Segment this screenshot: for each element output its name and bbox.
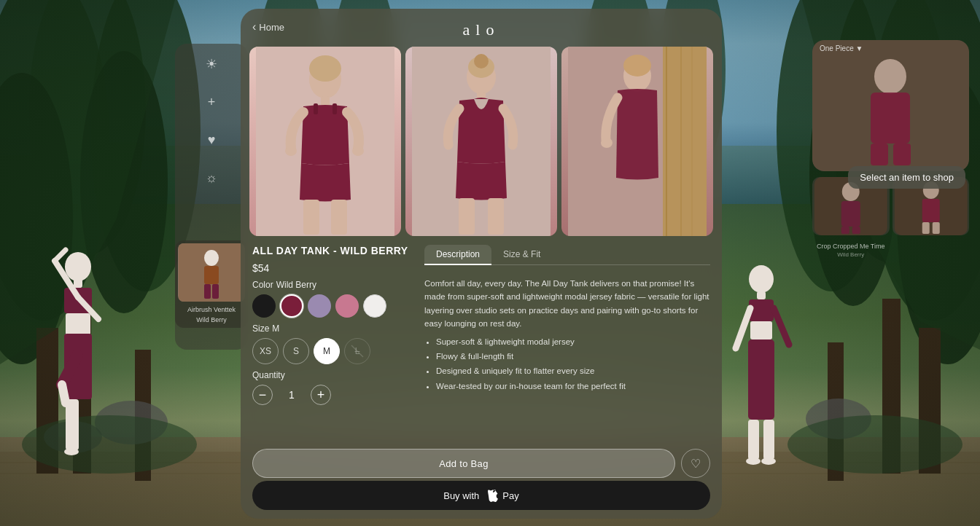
size-options: XS S M L [252, 338, 413, 364]
color-swatches [252, 294, 413, 318]
swatch-white[interactable] [363, 294, 386, 318]
svg-point-59 [874, 59, 906, 94]
svg-rect-93 [663, 47, 707, 236]
product-panel: ‹ Home alo [241, 9, 722, 519]
svg-rect-67 [852, 227, 860, 234]
svg-line-98 [351, 345, 363, 357]
svg-line-47 [736, 308, 750, 348]
one-piece-card[interactable]: One Piece ▼ [812, 40, 969, 171]
alo-logo: alo [463, 20, 500, 39]
tab-size-fit[interactable]: Size & Fit [491, 245, 552, 265]
color-label: Color [252, 280, 273, 290]
size-label: Size [252, 323, 269, 334]
quantity-value: 1 [284, 389, 299, 401]
svg-line-36 [55, 250, 66, 261]
right-mannequin [710, 261, 812, 482]
swatch-wild-berry[interactable] [280, 294, 303, 318]
svg-rect-60 [871, 93, 910, 144]
quantity-label: Quantity [252, 370, 413, 380]
apple-icon [488, 490, 498, 502]
product-image-side[interactable] [561, 47, 713, 236]
one-piece-label: One Piece ▼ [820, 44, 863, 52]
outfit-sublabel-1: Wild Berry [178, 315, 245, 325]
pay-label: Pay [502, 490, 518, 501]
tooltip-text: Select an item to shop [860, 172, 954, 183]
svg-rect-65 [841, 201, 860, 227]
size-m[interactable]: M [314, 338, 340, 364]
svg-rect-43 [757, 291, 766, 299]
thumb-sublabel-2 [892, 251, 970, 258]
add-to-bag-row: Add to Bag ♡ [252, 449, 710, 478]
size-selected: M [272, 323, 279, 334]
svg-rect-72 [932, 222, 939, 234]
product-image-front[interactable] [249, 47, 401, 236]
svg-point-80 [352, 146, 364, 156]
svg-rect-88 [459, 198, 475, 235]
swatch-pink[interactable] [335, 294, 359, 318]
svg-rect-46 [748, 339, 774, 420]
svg-rect-45 [750, 321, 772, 339]
add-to-bag-button[interactable]: Add to Bag [252, 449, 675, 478]
left-outfit-panel: Airbrush Venttek Wild Berry [175, 240, 248, 328]
size-s[interactable]: S [283, 338, 309, 364]
outfit-label-1: Airbrush Venttek [178, 305, 245, 315]
home-nav[interactable]: ‹ Home [252, 20, 284, 34]
svg-point-51 [746, 458, 761, 465]
left-column: ALL DAY TANK - WILD BERRY $54 Color Wild… [252, 245, 413, 440]
bag-icon[interactable]: ☼ [200, 166, 223, 189]
add-icon[interactable]: + [200, 90, 223, 114]
action-buttons: Add to Bag ♡ Buy with Pay [241, 446, 722, 519]
swatch-black[interactable] [252, 294, 276, 318]
swatch-lavender[interactable] [308, 294, 331, 318]
desc-bullet-2: Flowy & full-length fit [436, 350, 710, 363]
svg-point-54 [204, 250, 219, 266]
svg-point-41 [64, 448, 79, 455]
svg-rect-49 [748, 420, 759, 460]
desc-bullet-1: Super-soft & lightweight modal jersey [436, 335, 710, 348]
svg-rect-89 [488, 198, 504, 235]
size-l[interactable]: L [344, 338, 370, 364]
outfit-thumb-1[interactable] [178, 243, 245, 302]
product-title: ALL DAY TANK - WILD BERRY [252, 245, 413, 256]
camera-icon[interactable]: ☀ [200, 52, 223, 76]
quantity-decrease[interactable]: − [252, 385, 273, 405]
color-section: Color Wild Berry [252, 280, 413, 318]
thumb-sublabel-1: Wild Berry [812, 251, 890, 258]
buy-with-pay-button[interactable]: Buy with Pay [252, 481, 710, 510]
svg-rect-50 [763, 420, 774, 460]
tab-description[interactable]: Description [424, 245, 491, 265]
product-image-back[interactable] [405, 47, 557, 236]
description-tabs: Description Size & Fit [424, 245, 710, 265]
desc-bullet-3: Designed & uniquely fit to flatter every… [436, 364, 710, 377]
svg-rect-70 [922, 199, 939, 222]
svg-rect-57 [212, 284, 219, 299]
product-price: $54 [252, 262, 413, 274]
small-thumb-labels: Crop Cropped Me Time [812, 241, 969, 251]
heart-icon[interactable]: ♥ [200, 128, 223, 152]
description-text: Comfort all day, every day. The All Day … [424, 277, 710, 440]
quantity-increase[interactable]: + [311, 385, 331, 405]
svg-line-48 [774, 308, 789, 345]
right-content-area: One Piece ▼ [812, 40, 969, 258]
svg-point-75 [309, 55, 341, 82]
description-list: Super-soft & lightweight modal jersey Fl… [424, 335, 710, 393]
svg-rect-56 [204, 284, 211, 299]
svg-rect-81 [303, 200, 319, 235]
desc-bullet-4: Wear-tested by our in-house team for the… [436, 380, 710, 393]
svg-point-42 [749, 265, 774, 293]
color-value: Wild Berry [276, 280, 316, 290]
right-column: Description Size & Fit Comfort all day, … [424, 245, 710, 440]
svg-rect-55 [204, 266, 219, 284]
svg-rect-38 [66, 399, 79, 450]
svg-point-86 [474, 54, 489, 68]
size-xs[interactable]: XS [252, 338, 279, 364]
thumb-label-crop: Crop Cropped Me Time [812, 241, 890, 251]
images-row [241, 47, 722, 236]
svg-point-97 [601, 138, 612, 148]
svg-rect-77 [314, 103, 318, 114]
wishlist-button[interactable]: ♡ [681, 449, 710, 478]
quantity-row: − 1 + [252, 385, 413, 405]
svg-rect-61 [871, 144, 888, 165]
svg-point-92 [623, 55, 651, 76]
svg-rect-78 [332, 103, 337, 114]
